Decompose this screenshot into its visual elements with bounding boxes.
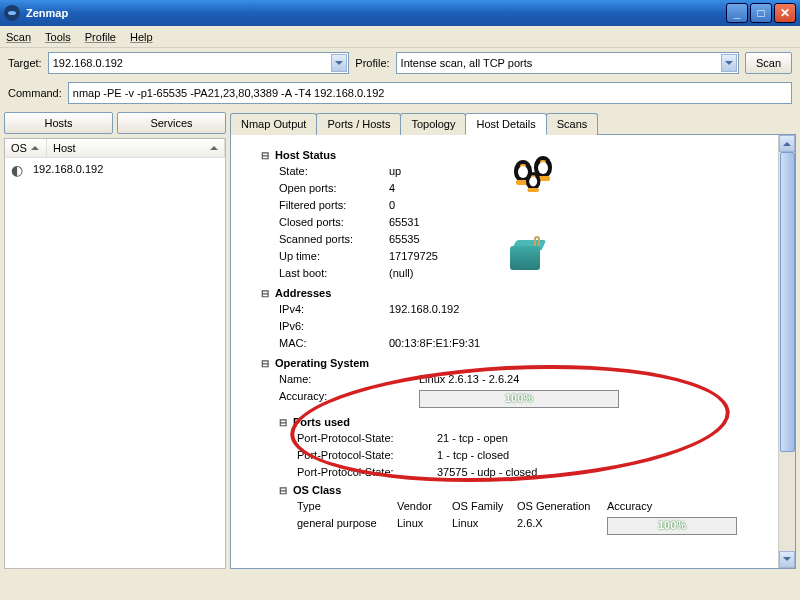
tab-topology[interactable]: Topology: [400, 113, 466, 135]
scroll-down-icon[interactable]: [779, 551, 795, 568]
tab-scans[interactable]: Scans: [546, 113, 599, 135]
chevron-down-icon[interactable]: [721, 54, 737, 72]
scan-button[interactable]: Scan: [745, 52, 792, 74]
tab-nmap-output[interactable]: Nmap Output: [230, 113, 317, 135]
profile-value: Intense scan, all TCP ports: [401, 57, 533, 69]
penguin-icon: [510, 148, 566, 204]
tab-host-details[interactable]: Host Details: [465, 113, 546, 135]
osc-type: general purpose: [297, 517, 397, 537]
lastboot-value: (null): [389, 267, 787, 279]
osc-accuracy-bar: 100%: [607, 517, 737, 535]
osc-gen: 2.6.X: [517, 517, 607, 537]
target-combo[interactable]: 192.168.0.192: [48, 52, 350, 74]
app-icon: [4, 5, 20, 21]
scroll-up-icon[interactable]: [779, 135, 795, 152]
section-os-class[interactable]: OS Class: [279, 484, 787, 496]
osc-type-header: Type: [297, 500, 397, 512]
pps-label: Port-Protocol-State:: [297, 449, 437, 461]
uptime-label: Up time:: [279, 250, 389, 262]
osc-vendor: Linux: [397, 517, 452, 537]
table-row[interactable]: 192.168.0.192: [5, 158, 225, 180]
filtered-ports-value: 0: [389, 199, 787, 211]
state-label: State:: [279, 165, 389, 177]
os-name-label: Name:: [279, 373, 419, 385]
ipv4-label: IPv4:: [279, 303, 389, 315]
services-button[interactable]: Services: [117, 112, 226, 134]
section-ports-used[interactable]: Ports used: [279, 416, 787, 428]
ipv6-value: [389, 320, 787, 332]
state-value: up: [389, 165, 787, 177]
ipv4-value: 192.168.0.192: [389, 303, 787, 315]
col-host[interactable]: Host: [47, 139, 225, 157]
osc-vendor-header: Vendor: [397, 500, 452, 512]
target-value: 192.168.0.192: [53, 57, 123, 69]
scrollbar[interactable]: [778, 135, 795, 568]
tabs: Nmap Output Ports / Hosts Topology Host …: [230, 112, 796, 135]
sort-arrow-icon: [210, 142, 218, 154]
tab-ports-hosts[interactable]: Ports / Hosts: [316, 113, 401, 135]
osc-acc-header: Accuracy: [607, 500, 787, 512]
closed-ports-value: 65531: [389, 216, 787, 228]
uptime-value: 17179725: [389, 250, 787, 262]
chevron-down-icon[interactable]: [331, 54, 347, 72]
command-label: Command:: [8, 87, 62, 99]
closed-ports-label: Closed ports:: [279, 216, 389, 228]
menu-profile[interactable]: Profile: [85, 31, 116, 43]
minimize-button[interactable]: _: [726, 3, 748, 23]
scroll-thumb[interactable]: [780, 152, 795, 452]
section-operating-system[interactable]: Operating System: [261, 357, 787, 369]
scanned-ports-value: 65535: [389, 233, 787, 245]
os-name-value: Linux 2.6.13 - 2.6.24: [419, 373, 787, 385]
target-label: Target:: [8, 57, 42, 69]
profile-combo[interactable]: Intense scan, all TCP ports: [396, 52, 739, 74]
os-icon: [11, 162, 27, 176]
filtered-ports-label: Filtered ports:: [279, 199, 389, 211]
command-value: nmap -PE -v -p1-65535 -PA21,23,80,3389 -…: [73, 87, 385, 99]
mac-label: MAC:: [279, 337, 389, 349]
menu-help[interactable]: Help: [130, 31, 153, 43]
section-addresses[interactable]: Addresses: [261, 287, 787, 299]
pps-label: Port-Protocol-State:: [297, 466, 437, 478]
col-os[interactable]: OS: [5, 139, 47, 157]
hosts-button[interactable]: Hosts: [4, 112, 113, 134]
ipv6-label: IPv6:: [279, 320, 389, 332]
lastboot-label: Last boot:: [279, 267, 389, 279]
close-button[interactable]: ✕: [774, 3, 796, 23]
pps-label: Port-Protocol-State:: [297, 432, 437, 444]
menu-scan[interactable]: Scan: [6, 31, 31, 43]
host-cell: 192.168.0.192: [33, 163, 103, 175]
menu-tools[interactable]: Tools: [45, 31, 71, 43]
accuracy-bar: 100%: [419, 390, 619, 408]
pps-value: 21 - tcp - open: [437, 432, 787, 444]
mac-value: 00:13:8F:E1:F9:31: [389, 337, 787, 349]
osc-family-header: OS Family: [452, 500, 517, 512]
command-input[interactable]: nmap -PE -v -p1-65535 -PA21,23,80,3389 -…: [68, 82, 792, 104]
open-ports-label: Open ports:: [279, 182, 389, 194]
pps-value: 1 - tcp - closed: [437, 449, 787, 461]
sort-arrow-icon: [31, 142, 39, 154]
pps-value: 37575 - udp - closed: [437, 466, 787, 478]
accuracy-label: Accuracy:: [279, 390, 419, 410]
profile-label: Profile:: [355, 57, 389, 69]
host-table: OS Host 192.168.0.192: [4, 138, 226, 569]
maximize-button[interactable]: □: [750, 3, 772, 23]
open-ports-value: 4: [389, 182, 787, 194]
menubar: Scan Tools Profile Help: [0, 26, 800, 48]
osc-family: Linux: [452, 517, 517, 537]
osc-gen-header: OS Generation: [517, 500, 607, 512]
scanned-ports-label: Scanned ports:: [279, 233, 389, 245]
window-title: Zenmap: [26, 7, 726, 19]
box-icon: [510, 240, 552, 272]
titlebar: Zenmap _ □ ✕: [0, 0, 800, 26]
